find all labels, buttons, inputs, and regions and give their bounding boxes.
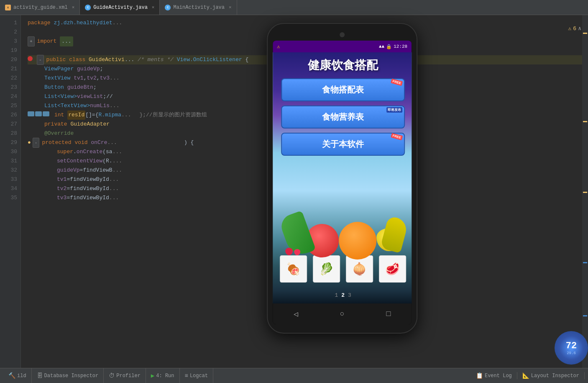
menu-btn-3[interactable]: 关于本软件 FREE [281,133,405,156]
line-num-35: 35 [0,193,17,203]
warning-count: 6 [573,26,576,32]
tab-guide-label: GuideActivity.java [93,5,148,10]
line-num-28: 28 [0,129,17,138]
run-item[interactable]: ▶ 4: Run [146,368,180,383]
fruit-strawberries [285,248,300,255]
tab-main-label: MainActivity.java [173,5,224,10]
status-right-area: ▲▲ 🔒 12:28 [379,44,407,49]
database-icon: 🗄 [37,373,43,379]
profiler-item[interactable]: ⏱ Profiler [104,368,146,383]
warning-indicator[interactable]: ⚠ 6 ∧ [568,25,581,32]
line-numbers: 1 2 3 19 20 21 22 23 24 25 26 27 28 29 3… [0,15,21,368]
fruit-banana [384,218,405,251]
line-num-26: 26 [0,111,17,120]
phone-outer-frame: ⚠ ▲▲ 🔒 12:28 健康饮食搭配 食物搭配表 [267,23,417,334]
page-1: 1 [335,292,338,298]
java-icon-guide: C [85,5,91,10]
layout-inspector-label: Layout Inspector [531,373,579,379]
line-num-34: 34 [0,184,17,193]
line-num-2: 2 [0,28,17,37]
menu-btn-1[interactable]: 食物搭配表 FREE [281,78,405,101]
phone-back-button[interactable]: ◁ [288,306,304,322]
corner-widget[interactable]: 72 29.6 [555,331,588,365]
tab-bar: x activity_guide.xml × C GuideActivity.j… [0,0,588,15]
line-num-24: 24 [0,92,17,101]
tab-xml-close[interactable]: × [72,5,75,10]
time-display: 12:28 [394,44,407,49]
phone-home-button[interactable]: ○ [334,306,350,322]
right-scrollbar[interactable] [582,15,588,368]
phone-nav-bar: ◁ ○ □ [273,303,412,324]
warning-mark-4 [583,262,587,263]
profiler-label: Profiler [116,373,141,379]
line-num-23: 23 [0,83,17,92]
status-right-group: 📋 Event Log 📐 Layout Inspector [471,372,585,379]
line-num-31: 31 [0,157,17,166]
menu-buttons: 食物搭配表 FREE 食物营养表 即将发布 关于本软件 FREE [273,77,412,157]
warning-mark-3 [583,192,587,193]
warning-mark-2 [583,121,587,122]
phone-emulator: ⚠ ▲▲ 🔒 12:28 健康饮食搭配 食物搭配表 [267,23,417,334]
line-num-33: 33 [0,175,17,184]
line-num-32: 32 [0,166,17,175]
layout-inspector-item[interactable]: 📐 Layout Inspector [517,372,585,379]
status-bar: 🔨 ild 🗄 Database Inspector ⏱ Profiler ▶ … [0,368,588,383]
build-icon: 🔨 [8,372,15,379]
app-title-area: 健康饮食搭配 [273,52,412,77]
run-icon: ▶ [151,372,154,379]
line-num-20: 20 [0,55,17,64]
tab-xml[interactable]: x activity_guide.xml × [0,0,80,15]
status-warning: ⚠ [277,44,280,50]
run-label: 4: Run [156,373,174,379]
build-label: ild [17,373,26,379]
database-inspector-label: Database Inspector [44,373,99,379]
phone-screen[interactable]: ⚠ ▲▲ 🔒 12:28 健康饮食搭配 食物搭配表 [273,41,412,324]
line-num-25: 25 [0,101,17,111]
line-num-29: 29 [0,138,17,147]
phone-camera [340,32,345,37]
badge-3: FREE [391,133,403,141]
line-num-22: 22 [0,74,17,83]
page-2-active: 2 [341,292,345,298]
line-num-30: 30 [0,147,17,157]
logcat-item[interactable]: ≡ Logcat [180,368,214,383]
fruit-orange [339,222,376,260]
phone-recent-button[interactable]: □ [380,306,397,322]
warning-mark-1 [583,33,587,34]
xml-icon: x [5,5,11,10]
corner-number: 72 [566,341,577,351]
warning-mark-5 [583,315,587,316]
event-log-label: Event Log [485,373,512,379]
layout-inspector-icon: 📐 [522,372,529,379]
tab-guide-close[interactable]: × [152,5,155,10]
line-num-19: 19 [0,46,17,55]
menu-btn-2[interactable]: 食物营养表 即将发布 [281,105,405,129]
fruit-image-area [273,184,412,264]
badge-2: 即将发布 [386,107,402,113]
build-item[interactable]: 🔨 ild [3,368,32,383]
warning-chevron-up[interactable]: ∧ [578,25,581,32]
phone-status-bar: ⚠ ▲▲ 🔒 12:28 [273,41,412,52]
page-3: 3 [348,292,351,298]
warning-icon: ⚠ [568,25,572,32]
line-num-21: 21 [0,64,17,74]
corner-sub: 29.6 [567,351,576,355]
line-num-1: 1 [0,18,17,28]
tab-main[interactable]: C MainActivity.java × [160,0,237,15]
signal-icon: ▲▲ [379,44,384,49]
badge-1: FREE [391,79,403,86]
line-num-27: 27 [0,120,17,129]
app-content[interactable]: 健康饮食搭配 食物搭配表 FREE 食物营养表 即将发布 关于本软件 FREE [273,52,412,303]
database-inspector-item[interactable]: 🗄 Database Inspector [32,368,104,383]
tab-xml-label: activity_guide.xml [13,5,68,10]
logcat-label: Logcat [190,373,208,379]
event-log-icon: 📋 [476,372,483,379]
logcat-icon: ≡ [185,373,188,379]
line-num-3: 3 [0,37,17,46]
battery-icon: 🔒 [386,44,392,49]
tab-guide[interactable]: C GuideActivity.java × [80,0,160,15]
tab-main-close[interactable]: × [229,5,232,10]
java-icon-main: C [165,5,171,10]
event-log-item[interactable]: 📋 Event Log [471,372,517,379]
profiler-icon: ⏱ [109,373,115,379]
